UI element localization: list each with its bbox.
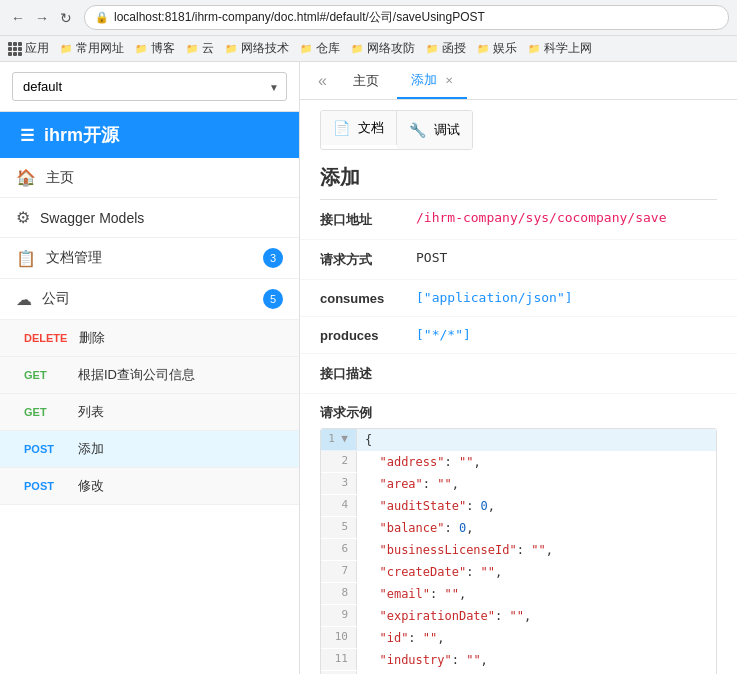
docmgmt-icon: 📋 <box>16 249 36 268</box>
line-content-11: "industry": "", <box>357 649 716 671</box>
swagger-label: Swagger Models <box>40 210 283 226</box>
delete-label: 删除 <box>79 329 105 347</box>
line-content-10: "id": "", <box>357 627 716 649</box>
debug-panel[interactable]: 🔧 调试 <box>397 111 472 149</box>
bookmark-apps[interactable]: 应用 <box>8 40 49 57</box>
tab-home[interactable]: 主页 <box>339 64 393 98</box>
sidebar-item-home[interactable]: 🏠 主页 <box>0 158 299 198</box>
code-line-3: 3 "area": "", <box>321 473 716 495</box>
sidebar-item-company[interactable]: ☁ 公司 5 <box>0 279 299 320</box>
code-line-9: 9 "expirationDate": "", <box>321 605 716 627</box>
code-line-4: 4 "auditState": 0, <box>321 495 716 517</box>
bookmark-apps-label: 应用 <box>25 40 49 57</box>
bookmark-label-3: 云 <box>202 40 214 57</box>
folder-icon-6: 📁 <box>350 42 364 56</box>
folder-icon-4: 📁 <box>224 42 238 56</box>
line-content-8: "email": "", <box>357 583 716 605</box>
produces-value: ["*/*"] <box>416 327 471 342</box>
bookmark-8[interactable]: 📁 娱乐 <box>476 40 517 57</box>
browser-bar: ← → ↻ 🔒 localhost:8181/ihrm-company/doc.… <box>0 0 737 36</box>
sub-item-get-list[interactable]: GET 列表 <box>0 394 299 431</box>
bookmark-9[interactable]: 📁 科学上网 <box>527 40 592 57</box>
bookmark-label-1: 常用网址 <box>76 40 124 57</box>
bookmark-4[interactable]: 📁 网络技术 <box>224 40 289 57</box>
line-content-1: { <box>357 429 716 451</box>
content-body: 📄 文档 🔧 调试 添加 接口地址 /ihrm-company/sys/coco… <box>300 100 737 674</box>
tab-close-icon[interactable]: ✕ <box>445 75 453 86</box>
line-content-5: "balance": 0, <box>357 517 716 539</box>
forward-button[interactable]: → <box>32 8 52 28</box>
bookmark-1[interactable]: 📁 常用网址 <box>59 40 124 57</box>
folder-icon-5: 📁 <box>299 42 313 56</box>
bookmark-3[interactable]: 📁 云 <box>185 40 214 57</box>
content-area: « 主页 添加 ✕ 📄 文档 🔧 调试 <box>300 62 737 674</box>
docmgmt-badge: 3 <box>263 248 283 268</box>
get-method-badge-2: GET <box>24 406 66 418</box>
swagger-icon: ⚙ <box>16 208 30 227</box>
code-line-2: 2 "address": "", <box>321 451 716 473</box>
debug-icon: 🔧 <box>409 122 426 138</box>
bookmark-label-2: 博客 <box>151 40 175 57</box>
produces-label: produces <box>320 327 400 343</box>
back-button[interactable]: ← <box>8 8 28 28</box>
line-content-9: "expirationDate": "", <box>357 605 716 627</box>
post-method-badge-2: POST <box>24 480 66 492</box>
doc-panel[interactable]: 📄 文档 <box>321 111 397 145</box>
sub-item-post-edit[interactable]: POST 修改 <box>0 468 299 505</box>
folder-icon-7: 📁 <box>425 42 439 56</box>
folder-icon-9: 📁 <box>527 42 541 56</box>
code-line-7: 7 "createDate": "", <box>321 561 716 583</box>
get-method-badge-1: GET <box>24 369 66 381</box>
doc-label: 文档 <box>358 119 384 137</box>
line-content-3: "area": "", <box>357 473 716 495</box>
get-list-label: 列表 <box>78 403 104 421</box>
bookmark-5[interactable]: 📁 仓库 <box>299 40 340 57</box>
api-select[interactable]: default <box>12 72 287 101</box>
code-line-1: 1 ▼ { <box>321 429 716 451</box>
line-num-9: 9 <box>321 605 357 626</box>
bookmark-7[interactable]: 📁 函授 <box>425 40 466 57</box>
app-title: ihrm开源 <box>44 123 119 147</box>
sidebar-header: default <box>0 62 299 112</box>
bookmarks-bar: 应用 📁 常用网址 📁 博客 📁 云 📁 网络技术 📁 仓库 📁 网络攻防 📁 … <box>0 36 737 62</box>
content-tabs: « 主页 添加 ✕ <box>300 62 737 100</box>
url-bar[interactable]: 🔒 localhost:8181/ihrm-company/doc.html#/… <box>84 5 729 30</box>
detail-row-produces: produces ["*/*"] <box>300 317 737 354</box>
sidebar-item-swagger[interactable]: ⚙ Swagger Models <box>0 198 299 238</box>
company-label: 公司 <box>42 290 253 308</box>
line-num-1: 1 ▼ <box>321 429 357 450</box>
folder-icon-8: 📁 <box>476 42 490 56</box>
sub-item-post-add[interactable]: POST 添加 <box>0 431 299 468</box>
company-icon: ☁ <box>16 290 32 309</box>
sub-item-delete[interactable]: DELETE 删除 <box>0 320 299 357</box>
consumes-label: consumes <box>320 290 400 306</box>
folder-icon-2: 📁 <box>134 42 148 56</box>
bookmark-label-9: 科学上网 <box>544 40 592 57</box>
line-content-2: "address": "", <box>357 451 716 473</box>
post-edit-label: 修改 <box>78 477 104 495</box>
tab-add[interactable]: 添加 ✕ <box>397 63 467 99</box>
line-num-5: 5 <box>321 517 357 538</box>
company-sub-items: DELETE 删除 GET 根据ID查询公司信息 GET 列表 POST 添加 … <box>0 320 299 505</box>
bookmark-2[interactable]: 📁 博客 <box>134 40 175 57</box>
lock-icon: 🔒 <box>95 11 109 24</box>
post-method-badge-1: POST <box>24 443 66 455</box>
line-content-7: "createDate": "", <box>357 561 716 583</box>
collapse-button[interactable]: « <box>310 70 335 92</box>
sidebar-item-docmgmt[interactable]: 📋 文档管理 3 <box>0 238 299 279</box>
consumes-value: ["application/json"] <box>416 290 573 305</box>
code-section-title: 请求示例 <box>300 394 737 428</box>
line-content-4: "auditState": 0, <box>357 495 716 517</box>
bookmark-label-8: 娱乐 <box>493 40 517 57</box>
bookmark-label-5: 仓库 <box>316 40 340 57</box>
detail-row-desc: 接口描述 <box>300 354 737 394</box>
line-num-8: 8 <box>321 583 357 604</box>
path-label: 接口地址 <box>320 210 400 229</box>
reload-button[interactable]: ↻ <box>56 8 76 28</box>
line-num-7: 7 <box>321 561 357 582</box>
sub-item-get-byid[interactable]: GET 根据ID查询公司信息 <box>0 357 299 394</box>
bookmark-6[interactable]: 📁 网络攻防 <box>350 40 415 57</box>
detail-row-method: 请求方式 POST <box>300 240 737 280</box>
line-num-2: 2 <box>321 451 357 472</box>
bookmark-label-7: 函授 <box>442 40 466 57</box>
